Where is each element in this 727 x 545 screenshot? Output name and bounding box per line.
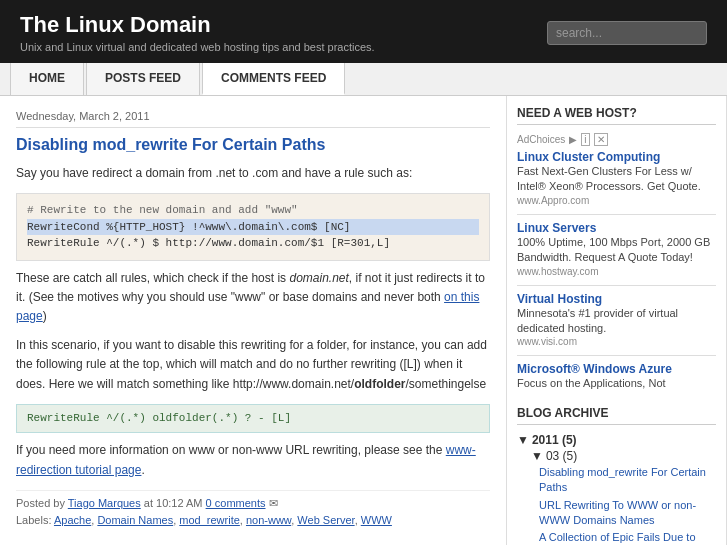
label-mod-rewrite[interactable]: mod_rewrite [179,514,240,526]
ad-url-1: www.Appro.com [517,195,716,206]
site-title: The Linux Domain [20,12,375,38]
ad-url-2: www.hostway.com [517,266,716,277]
ad-url-3: www.visi.com [517,336,716,347]
labels-prefix: Labels: [16,514,51,526]
post-comments[interactable]: 0 comments [206,497,266,509]
page-layout: Wednesday, March 2, 2011 Disabling mod_r… [0,96,727,545]
ad-item-virtual-hosting: Virtual Hosting Minnesota's #1 provider … [517,292,716,348]
post-body-mid1: These are catch all rules, which check i… [16,269,490,327]
label-non-www[interactable]: non-www [246,514,291,526]
ad-desc-1: Fast Next-Gen Clusters For Less w/ Intel… [517,164,716,195]
post-meta: Posted by Tiago Marques at 10:12 AM 0 co… [16,490,490,510]
post-title[interactable]: Disabling mod_rewrite For Certain Paths [16,136,490,154]
ad-desc-3: Minnesota's #1 provider of virtual dedic… [517,306,716,337]
path-oldfolder: oldfolder [354,377,405,391]
site-subtitle: Unix and Linux virtual and dedicated web… [20,41,375,53]
post-labels: Labels: Apache, Domain Names, mod_rewrit… [16,514,490,526]
ad-desc-2: 100% Uptime, 100 Mbps Port, 2000 GB Band… [517,235,716,266]
nav-posts-feed[interactable]: POSTS FEED [86,63,200,95]
code-line-1: RewriteCond %{HTTP_HOST} !^www\.domain\.… [27,219,479,236]
archive-post-1[interactable]: Disabling mod_rewrite For Certain Paths [539,465,716,496]
ad-choices-text: AdChoices [517,134,565,145]
ad-choices-icons: i [581,133,589,146]
search-input[interactable] [547,21,707,45]
post-author[interactable]: Tiago Marques [68,497,141,509]
code-rewrite-2: RewriteRule ^/(.*) oldfolder(.*) ? - [L] [27,412,291,424]
domain-name: domain.net [289,271,348,285]
ad-desc-4: Focus on the Applications, Not [517,376,716,391]
sidebar: NEED A WEB HOST? AdChoices ▶ i ✕ Linux C… [507,96,727,545]
ad-choices-label: AdChoices ▶ i ✕ [517,133,716,146]
header-left: The Linux Domain Unix and Linux virtual … [20,12,375,53]
post-body-mid2: In this scenario, if you want to disable… [16,336,490,394]
expand-icon-2011: ▼ [517,433,529,447]
archive-year-2011[interactable]: ▼2011 (5) [517,433,716,447]
body-text-end: If you need more information on www or n… [16,443,442,457]
label-apache[interactable]: Apache [54,514,91,526]
code-comment: # Rewrite to the new domain and add "www… [27,204,298,216]
ad-item-linux-cluster: Linux Cluster Computing Fast Next-Gen Cl… [517,150,716,206]
header: The Linux Domain Unix and Linux virtual … [0,0,727,63]
main-content: Wednesday, March 2, 2011 Disabling mod_r… [0,96,507,545]
body-text-1: These are catch all rules, which check i… [16,271,485,304]
navigation: HOME POSTS FEED COMMENTS FEED [0,63,727,96]
expand-icon-03: ▼ [531,449,543,463]
post-time: 10:12 AM [156,497,202,509]
sidebar-webhost-title: NEED A WEB HOST? [517,106,716,125]
post-date: Wednesday, March 2, 2011 [16,110,490,128]
post-body: Say you have redirect a domain from .net… [16,164,490,480]
ad-block: AdChoices ▶ i ✕ Linux Cluster Computing … [517,133,716,392]
sidebar-webhost: NEED A WEB HOST? AdChoices ▶ i ✕ Linux C… [517,106,716,392]
sidebar-archive: BLOG ARCHIVE ▼2011 (5) ▼03 (5) Disabling… [517,406,716,545]
ad-title-3[interactable]: Virtual Hosting [517,292,716,306]
archive-post-2[interactable]: URL Rewriting To WWW or non-WWW Domains … [539,498,716,529]
close-paren: ) [43,309,47,323]
sidebar-archive-title: BLOG ARCHIVE [517,406,716,425]
code-block-2: RewriteRule ^/(.*) oldfolder(.*) ? - [L] [16,404,490,434]
code-block-1: # Rewrite to the new domain and add "www… [16,193,490,261]
post-intro: Say you have redirect a domain from .net… [16,164,490,183]
email-icon: ✉ [269,497,278,509]
post-author-prefix: Posted by [16,497,68,509]
post-body-end: If you need more information on www or n… [16,441,490,479]
archive-tree: ▼2011 (5) ▼03 (5) Disabling mod_rewrite … [517,433,716,545]
ad-item-windows-azure: Microsoft® Windows Azure Focus on the Ap… [517,362,716,391]
label-domain-names[interactable]: Domain Names [97,514,173,526]
label-www[interactable]: WWW [361,514,392,526]
ad-choices-arrow: ▶ [569,134,577,145]
ad-item-linux-servers: Linux Servers 100% Uptime, 100 Mbps Port… [517,221,716,277]
label-web-server[interactable]: Web Server [297,514,354,526]
archive-post-3[interactable]: A Collection of Epic Fails Due to Lack o… [539,530,716,545]
code-line-2: RewriteRule ^/(.*) $ http://www.domain.c… [27,235,479,252]
nav-home[interactable]: HOME [10,63,84,95]
ad-x-icon[interactable]: ✕ [594,133,608,146]
search-container [547,21,707,45]
ad-title-2[interactable]: Linux Servers [517,221,716,235]
archive-month-03[interactable]: ▼03 (5) [531,449,716,463]
ad-title-4[interactable]: Microsoft® Windows Azure [517,362,716,376]
ad-title-1[interactable]: Linux Cluster Computing [517,150,716,164]
post-at: at [144,497,156,509]
nav-comments-feed[interactable]: COMMENTS FEED [202,63,345,95]
